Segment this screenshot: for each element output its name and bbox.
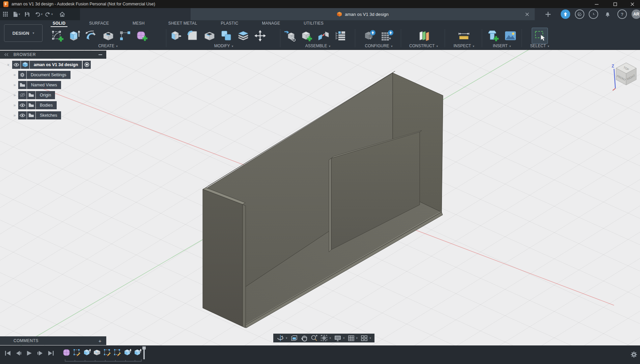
component-cube-icon[interactable] bbox=[21, 61, 29, 69]
group-label-construct[interactable]: CONSTRUCT ▾ bbox=[404, 44, 443, 48]
browser-item-label[interactable]: Sketches bbox=[36, 111, 61, 119]
account-avatar[interactable]: AR bbox=[632, 9, 640, 19]
recent-activity-clock-icon[interactable] bbox=[589, 9, 598, 19]
tab-surface[interactable]: SURFACE bbox=[87, 20, 111, 27]
hole-icon[interactable] bbox=[101, 29, 115, 43]
undo-button[interactable]: ▾ bbox=[35, 12, 43, 17]
joint-icon[interactable] bbox=[316, 29, 331, 43]
body-open-box-model[interactable] bbox=[203, 71, 443, 328]
browser-item-label[interactable]: Document Settings bbox=[27, 71, 71, 79]
go-to-start-button[interactable] bbox=[4, 349, 11, 357]
timeline-sketch-icon[interactable] bbox=[73, 348, 81, 356]
group-label-create[interactable]: CREATE ▾ bbox=[51, 44, 165, 48]
browser-root-label[interactable]: aman os V1 3d design bbox=[30, 61, 82, 69]
job-status-icon[interactable] bbox=[575, 9, 584, 19]
minimize-button[interactable] bbox=[589, 0, 604, 8]
timeline-sketch-icon[interactable] bbox=[113, 348, 121, 356]
viewports-icon[interactable]: ▾ bbox=[361, 335, 371, 341]
browser-item-label[interactable]: Named Views bbox=[27, 81, 61, 89]
create-form-icon[interactable] bbox=[135, 29, 149, 43]
minimize-panel-icon[interactable] bbox=[99, 54, 102, 55]
view-cube[interactable]: Z TOP FRONT RIGHT bbox=[606, 53, 640, 93]
chevron-down-icon[interactable]: ▾ bbox=[41, 12, 43, 16]
divider-side-edge-face[interactable] bbox=[329, 158, 331, 252]
step-back-button[interactable] bbox=[15, 349, 22, 357]
document-tab[interactable]: aman os V1 3d design bbox=[191, 8, 535, 20]
timeline-settings-gear-icon[interactable] bbox=[631, 351, 637, 358]
group-label-configure[interactable]: CONFIGURE ▾ bbox=[358, 44, 400, 48]
group-label-insert[interactable]: INSERT ▾ bbox=[484, 44, 520, 48]
browser-row-root[interactable]: » aman os V1 3d design bbox=[6, 60, 111, 69]
zoom-icon[interactable] bbox=[311, 335, 317, 341]
timeline-shell-icon[interactable] bbox=[93, 348, 101, 356]
expander-icon[interactable]: » bbox=[6, 62, 11, 67]
group-label-assemble[interactable]: ASSEMBLE ▾ bbox=[283, 44, 353, 48]
timeline-form-icon[interactable] bbox=[63, 348, 71, 356]
canvas-image-icon[interactable] bbox=[503, 29, 518, 43]
tab-solid[interactable]: SOLID bbox=[51, 20, 67, 27]
chevron-down-icon[interactable]: ▾ bbox=[330, 336, 331, 340]
tab-manage[interactable]: MANAGE bbox=[260, 20, 282, 27]
look-at-icon[interactable] bbox=[290, 335, 298, 341]
browser-row-named-views[interactable]: » Named Views bbox=[12, 81, 111, 89]
maximize-button[interactable] bbox=[607, 0, 623, 8]
timeline-sketch-icon[interactable] bbox=[103, 348, 111, 356]
collapse-panel-icon[interactable] bbox=[4, 53, 9, 56]
tab-utilities[interactable]: UTILITIES bbox=[302, 20, 326, 27]
new-tab-button[interactable] bbox=[543, 9, 553, 19]
save-button[interactable] bbox=[25, 12, 30, 17]
chevron-down-icon[interactable]: ▾ bbox=[343, 336, 345, 340]
chevron-down-icon[interactable]: ▾ bbox=[286, 336, 287, 340]
add-comment-button[interactable]: + bbox=[99, 338, 102, 344]
measure-icon[interactable] bbox=[457, 29, 471, 43]
tab-sheet-metal[interactable]: SHEET METAL bbox=[166, 20, 199, 27]
chevron-down-icon[interactable]: ▾ bbox=[369, 336, 371, 340]
group-label-inspect[interactable]: INSPECT ▾ bbox=[447, 44, 481, 48]
move-copy-icon[interactable] bbox=[253, 29, 267, 43]
close-window-button[interactable] bbox=[624, 0, 640, 8]
insert-derive-icon[interactable] bbox=[283, 29, 297, 43]
extensions-icon[interactable] bbox=[561, 9, 570, 19]
close-tab-icon[interactable] bbox=[524, 11, 530, 17]
home-view-button[interactable] bbox=[59, 11, 65, 17]
visibility-off-eye-icon[interactable] bbox=[18, 91, 27, 99]
step-forward-button[interactable] bbox=[36, 349, 44, 357]
extrude-icon[interactable] bbox=[67, 29, 82, 43]
create-sketch-icon[interactable] bbox=[51, 29, 65, 43]
shell-icon[interactable] bbox=[202, 29, 217, 43]
press-pull-icon[interactable] bbox=[169, 29, 183, 43]
construction-plane-icon[interactable] bbox=[417, 29, 431, 43]
fillet-icon[interactable] bbox=[186, 29, 200, 43]
group-label-select[interactable]: SELECT ▾ bbox=[524, 44, 556, 48]
file-menu-button[interactable]: ▾ bbox=[13, 11, 20, 17]
split-body-icon[interactable] bbox=[236, 29, 250, 43]
comments-panel[interactable]: COMMENTS + bbox=[0, 336, 106, 345]
group-label-modify[interactable]: MODIFY ▾ bbox=[169, 44, 279, 48]
timeline-extrude-icon[interactable] bbox=[83, 348, 91, 356]
browser-row-bodies[interactable]: » Bodies bbox=[12, 101, 111, 109]
rectangular-pattern-icon[interactable] bbox=[118, 29, 132, 43]
configuration-icon[interactable] bbox=[363, 29, 378, 43]
left-wall-outer-face[interactable] bbox=[203, 189, 243, 327]
display-settings-icon[interactable]: ▾ bbox=[334, 335, 345, 341]
timeline-playhead[interactable] bbox=[142, 346, 146, 359]
pan-hand-icon[interactable] bbox=[301, 335, 308, 341]
timeline-extrude-icon[interactable] bbox=[134, 348, 141, 356]
tab-plastic[interactable]: PLASTIC bbox=[219, 20, 240, 27]
bom-icon[interactable] bbox=[333, 29, 347, 43]
grid-display-icon[interactable]: ▾ bbox=[348, 335, 358, 341]
insert-fastener-icon[interactable] bbox=[486, 29, 501, 43]
help-icon[interactable]: ? bbox=[617, 9, 627, 19]
browser-row-origin[interactable]: » Origin bbox=[12, 91, 111, 99]
browser-header[interactable]: BROWSER bbox=[0, 51, 106, 59]
visibility-eye-icon[interactable] bbox=[12, 61, 21, 69]
visibility-eye-icon[interactable] bbox=[18, 101, 27, 109]
visibility-eye-icon[interactable] bbox=[18, 111, 27, 119]
chevron-down-icon[interactable]: ▾ bbox=[51, 12, 53, 16]
redo-button[interactable]: ▾ bbox=[45, 12, 53, 17]
workspace-switcher[interactable]: DESIGN ▾ bbox=[4, 24, 43, 42]
fit-icon[interactable]: ▾ bbox=[321, 335, 331, 341]
revolve-icon[interactable] bbox=[84, 29, 99, 43]
chevron-down-icon[interactable]: ▾ bbox=[356, 336, 358, 340]
expander-icon[interactable]: » bbox=[12, 113, 17, 118]
